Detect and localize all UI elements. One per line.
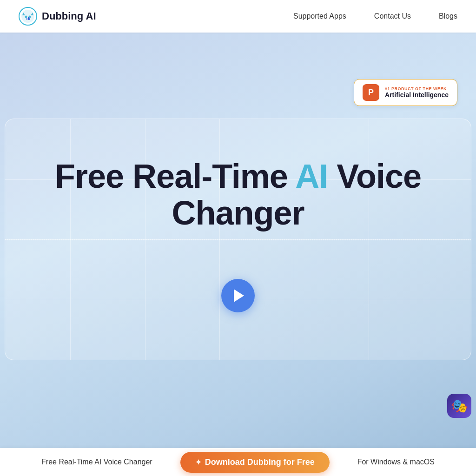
grid-lines bbox=[5, 119, 471, 360]
hero-title-ai: AI bbox=[295, 158, 328, 195]
download-button-label: Download Dubbing for Free bbox=[205, 457, 315, 467]
svg-rect-5 bbox=[28, 17, 29, 20]
play-button-container bbox=[221, 279, 255, 312]
nav-contact-us[interactable]: Contact Us bbox=[374, 12, 411, 20]
mascot-icon: 🎭 bbox=[447, 394, 471, 418]
nav-links: Supported Apps Contact Us Blogs bbox=[293, 12, 457, 20]
bottom-bar-right-text: For Windows & macOS bbox=[357, 458, 435, 466]
logo-icon bbox=[19, 7, 37, 26]
bottom-bar: Free Real-Time AI Voice Changer ✦ Downlo… bbox=[0, 448, 476, 476]
logo-area: Dubbing AI bbox=[19, 7, 96, 26]
hero-title-part1: Free Real-Time bbox=[55, 158, 295, 195]
bottom-bar-left-text: Free Real-Time AI Voice Changer bbox=[41, 458, 152, 466]
grid-panel bbox=[5, 119, 471, 360]
download-button[interactable]: ✦ Download Dubbing for Free bbox=[180, 452, 330, 473]
svg-rect-6 bbox=[29, 18, 30, 20]
dotted-line bbox=[5, 239, 471, 240]
nav-supported-apps[interactable]: Supported Apps bbox=[293, 12, 346, 20]
floating-character: 🎭 bbox=[447, 394, 471, 418]
play-button[interactable] bbox=[221, 279, 255, 312]
svg-point-1 bbox=[21, 10, 34, 23]
product-badge[interactable]: P #1 PRODUCT OF THE WEEK Artificial Inte… bbox=[354, 79, 457, 106]
product-hunt-icon: P bbox=[363, 84, 379, 101]
svg-point-3 bbox=[29, 16, 31, 18]
hero-heading: Free Real-Time AI Voice Changer bbox=[0, 158, 476, 231]
sparkle-icon: ✦ bbox=[195, 458, 201, 467]
play-triangle-icon bbox=[234, 289, 244, 302]
nav-blogs[interactable]: Blogs bbox=[439, 12, 457, 20]
svg-point-2 bbox=[25, 16, 27, 18]
badge-rank: #1 PRODUCT OF THE WEEK bbox=[385, 86, 449, 91]
svg-rect-4 bbox=[26, 18, 27, 20]
badge-category: Artificial Intelligence bbox=[385, 91, 449, 99]
header: Dubbing AI Supported Apps Contact Us Blo… bbox=[0, 0, 476, 33]
badge-text: #1 PRODUCT OF THE WEEK Artificial Intell… bbox=[385, 86, 449, 99]
logo-text: Dubbing AI bbox=[42, 10, 96, 22]
main-content: P #1 PRODUCT OF THE WEEK Artificial Inte… bbox=[0, 33, 476, 448]
hero-title: Free Real-Time AI Voice Changer bbox=[0, 158, 476, 231]
